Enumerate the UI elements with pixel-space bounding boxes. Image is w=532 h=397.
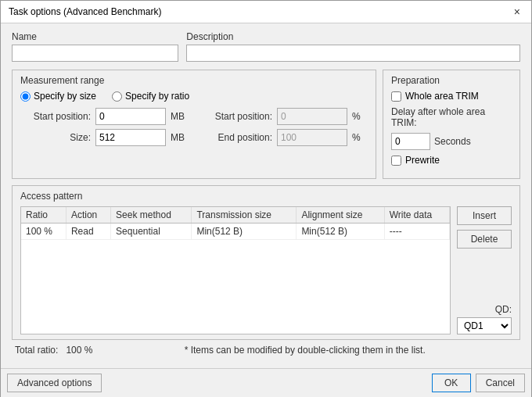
name-desc-row: Name Description — [12, 31, 520, 62]
specify-by-ratio-radio[interactable] — [112, 91, 122, 102]
end-position-row: End position: % — [202, 129, 368, 146]
delay-input-row: Seconds — [391, 133, 512, 150]
whole-area-trim-label: Whole area TRIM — [405, 91, 479, 102]
name-section: Name — [12, 31, 178, 62]
table-header-row: Ratio Action Seek method Transmission si… — [21, 207, 450, 224]
table-cell: Sequential — [111, 224, 192, 240]
col-ratio: Ratio — [21, 207, 66, 224]
table-cell: Min(512 B) — [192, 224, 297, 240]
start-position-ratio-label: Start position: — [202, 111, 272, 122]
delay-label: Delay after whole area TRIM: — [391, 106, 512, 128]
bottom-row: Total ratio: 100 % * Items can be modifi… — [12, 340, 520, 360]
right-side-buttons: Insert Delete QD: QD1QD2QD4QD8QD16QD32 — [457, 206, 512, 334]
task-options-dialog: Task options (Advanced Benchmark) × Name… — [0, 0, 532, 397]
name-label: Name — [12, 31, 178, 42]
ok-button[interactable]: OK — [432, 374, 471, 392]
size-col: Start position: MB Size: MB — [20, 108, 186, 150]
specify-radio-row: Specify by size Specify by ratio — [20, 91, 368, 102]
qd-label: QD: — [495, 304, 512, 315]
size-row: Size: MB — [20, 129, 186, 146]
end-position-label: End position: — [202, 132, 272, 143]
description-label: Description — [186, 31, 520, 42]
empty-rows — [21, 240, 450, 334]
access-pattern-title: Access pattern — [20, 191, 512, 202]
mb-unit-2: MB — [171, 132, 186, 143]
access-pattern-tbody: 100 %ReadSequentialMin(512 B)Min(512 B)-… — [21, 224, 450, 240]
col-action: Action — [66, 207, 110, 224]
seconds-label: Seconds — [434, 136, 471, 147]
qd-select[interactable]: QD1QD2QD4QD8QD16QD32 — [457, 317, 512, 334]
col-transmission-size: Transmission size — [192, 207, 297, 224]
size-label: Size: — [20, 132, 91, 143]
delay-row: Delay after whole area TRIM: — [391, 106, 512, 128]
start-position-input[interactable] — [95, 108, 166, 125]
size-input[interactable] — [95, 129, 166, 146]
percent-unit-1: % — [352, 111, 368, 122]
preparation-box: Preparation Whole area TRIM Delay after … — [383, 70, 520, 179]
table-cell: 100 % — [21, 224, 66, 240]
preparation-title: Preparation — [391, 75, 512, 86]
cancel-button[interactable]: Cancel — [476, 374, 525, 392]
col-seek-method: Seek method — [111, 207, 192, 224]
start-position-label: Start position: — [20, 111, 91, 122]
percent-unit-2: % — [352, 132, 368, 143]
whole-area-trim-row: Whole area TRIM — [391, 91, 512, 102]
name-input[interactable] — [12, 45, 178, 62]
description-section: Description — [186, 31, 520, 62]
mb-unit-1: MB — [171, 111, 186, 122]
specify-by-size-group: Specify by size — [20, 91, 96, 102]
modify-hint: * Items can be modified by double-clicki… — [92, 345, 517, 356]
table-cell: Read — [66, 224, 110, 240]
insert-button[interactable]: Insert — [457, 206, 512, 225]
measurement-range-title: Measurement range — [20, 75, 368, 86]
bottom-buttons: OK Cancel — [432, 374, 525, 392]
end-position-input[interactable] — [277, 129, 347, 146]
table-cell: Min(512 B) — [297, 224, 384, 240]
specify-by-ratio-group: Specify by ratio — [112, 91, 189, 102]
footer-row: Advanced options OK Cancel — [1, 368, 531, 397]
description-input[interactable] — [186, 45, 520, 62]
dialog-body: Name Description Measurement range Speci… — [1, 23, 531, 368]
prewrite-checkbox[interactable] — [391, 156, 401, 166]
table-row[interactable]: 100 %ReadSequentialMin(512 B)Min(512 B)-… — [21, 224, 450, 240]
total-ratio: Total ratio: 100 % — [15, 345, 92, 356]
access-pattern-table-wrapper: Ratio Action Seek method Transmission si… — [20, 206, 451, 334]
dialog-title: Task options (Advanced Benchmark) — [9, 6, 161, 17]
title-bar: Task options (Advanced Benchmark) × — [1, 1, 531, 23]
prewrite-row: Prewrite — [391, 155, 512, 166]
insert-delete-buttons: Insert Delete — [457, 206, 512, 249]
delay-input[interactable] — [391, 133, 430, 150]
specify-by-ratio-label: Specify by ratio — [125, 91, 189, 102]
specify-by-size-label: Specify by size — [34, 91, 96, 102]
measurement-range-box: Measurement range Specify by size Specif… — [12, 70, 376, 179]
access-pattern-box: Access pattern Ratio Action Seek method … — [12, 185, 520, 340]
measurement-prep-row: Measurement range Specify by size Specif… — [12, 70, 520, 185]
close-icon[interactable]: × — [511, 5, 523, 18]
qd-container: QD: QD1QD2QD4QD8QD16QD32 — [457, 304, 512, 334]
col-alignment-size: Alignment size — [297, 207, 384, 224]
ratio-col: Start position: % End position: % — [202, 108, 368, 150]
access-pattern-table: Ratio Action Seek method Transmission si… — [21, 207, 450, 240]
start-position-row: Start position: MB — [20, 108, 186, 125]
prewrite-label: Prewrite — [405, 155, 440, 166]
start-position-ratio-row: Start position: % — [202, 108, 368, 125]
advanced-options-button[interactable]: Advanced options — [7, 374, 102, 392]
delete-button[interactable]: Delete — [457, 230, 512, 249]
table-and-buttons: Ratio Action Seek method Transmission si… — [20, 206, 512, 334]
measurement-form: Start position: MB Size: MB S — [20, 108, 368, 150]
start-position-ratio-input[interactable] — [277, 108, 347, 125]
specify-by-size-radio[interactable] — [20, 91, 31, 102]
whole-area-trim-checkbox[interactable] — [391, 91, 401, 102]
table-cell: ---- — [384, 224, 449, 240]
col-write-data: Write data — [384, 207, 449, 224]
